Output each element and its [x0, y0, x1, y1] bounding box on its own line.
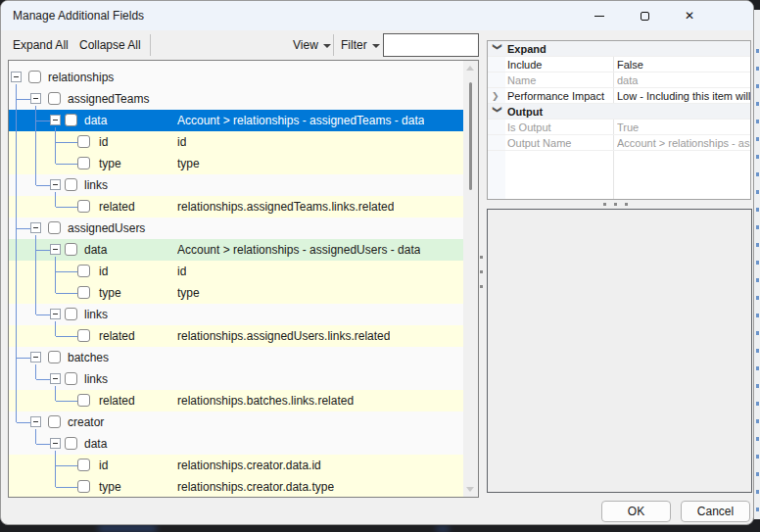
field-name: type [99, 476, 121, 498]
tree-row[interactable]: assignedTeams [9, 88, 463, 110]
chevron-down-icon[interactable]: ❯ [490, 43, 505, 55]
filter-dropdown[interactable]: Filter [337, 34, 384, 56]
field-checkbox[interactable] [48, 92, 61, 105]
field-path: relationships.assignedTeams.links.relate… [177, 196, 394, 218]
field-path: relationships.creator.data.type [177, 476, 334, 498]
tree-row[interactable]: idrelationships.creator.data.id [9, 455, 463, 476]
field-checkbox[interactable] [28, 71, 41, 83]
field-checkbox[interactable] [77, 394, 90, 407]
field-name: relationships [48, 67, 114, 88]
field-name: links [84, 174, 108, 196]
property-value[interactable]: Account > relationships - assig [617, 135, 750, 151]
cancel-button[interactable]: Cancel [681, 501, 750, 522]
maximize-button[interactable] [622, 1, 667, 30]
field-checkbox[interactable] [77, 286, 90, 299]
field-checkbox[interactable] [48, 351, 61, 363]
window-title: Manage Additional Fields [13, 9, 144, 23]
property-row[interactable]: IncludeFalse [488, 57, 750, 73]
collapse-all-button[interactable]: Collapse All [75, 34, 145, 56]
category-name: Expand [507, 41, 611, 57]
tree-row[interactable]: relatedrelationships.batches.links.relat… [9, 390, 463, 411]
vertical-splitter[interactable] [480, 256, 483, 291]
close-button[interactable]: ✕ [667, 1, 712, 30]
scroll-down-icon[interactable] [466, 487, 474, 492]
tree-row[interactable]: links [9, 174, 463, 196]
ok-button[interactable]: OK [601, 501, 671, 522]
property-row[interactable]: ❯Performance ImpactLow - Including this … [488, 88, 750, 104]
field-path: id [177, 261, 186, 282]
tree-row[interactable]: links [9, 304, 463, 325]
property-category-row[interactable]: ❯Expand [488, 41, 750, 57]
field-checkbox[interactable] [77, 157, 90, 169]
view-dropdown[interactable]: View [289, 34, 335, 56]
property-name: Name [507, 73, 611, 88]
expand-all-button[interactable]: Expand All [9, 34, 72, 56]
tree-row[interactable]: batches [9, 347, 463, 368]
horizontal-splitter[interactable] [603, 203, 633, 206]
collapse-expander-icon[interactable] [50, 244, 61, 255]
property-value[interactable]: False [617, 57, 750, 73]
field-checkbox[interactable] [77, 200, 90, 213]
collapse-expander-icon[interactable] [30, 416, 41, 427]
property-value[interactable]: data [617, 73, 750, 88]
chevron-down-icon [372, 44, 380, 48]
background-window-sliver [754, 10, 760, 519]
collapse-expander-icon[interactable] [50, 373, 61, 384]
field-checkbox[interactable] [65, 437, 77, 450]
field-checkbox[interactable] [77, 265, 90, 277]
collapse-expander-icon[interactable] [50, 115, 61, 125]
chevron-down-icon[interactable]: ❯ [490, 106, 505, 118]
field-checkbox[interactable] [77, 459, 90, 471]
tree-row[interactable]: links [9, 368, 463, 390]
collapse-expander-icon[interactable] [30, 352, 41, 363]
property-row[interactable]: Namedata [488, 73, 750, 88]
property-value[interactable]: Low - Including this item will h [617, 88, 750, 104]
field-checkbox[interactable] [65, 243, 77, 256]
field-checkbox[interactable] [77, 329, 90, 342]
minimize-button[interactable] [577, 1, 622, 30]
field-name: data [84, 239, 107, 261]
field-checkbox[interactable] [65, 372, 77, 385]
tree-row[interactable]: creator [9, 411, 463, 433]
property-name: Output Name [507, 135, 611, 151]
tree-row[interactable]: assignedUsers [9, 218, 463, 239]
collapse-expander-icon[interactable] [50, 309, 61, 319]
tree-row[interactable]: relatedrelationships.assignedTeams.links… [9, 196, 463, 218]
tree-row[interactable]: idid [9, 131, 463, 153]
property-value[interactable]: True [617, 120, 750, 135]
field-path: Account > relationships - assignedUsers … [177, 239, 420, 261]
toolbar-separator [333, 34, 334, 56]
field-checkbox[interactable] [65, 114, 77, 126]
tree-row[interactable]: typetype [9, 282, 463, 304]
tree-row[interactable]: typerelationships.creator.data.type [9, 476, 463, 498]
tree-scrollbar[interactable] [463, 61, 478, 497]
collapse-expander-icon[interactable] [50, 438, 61, 449]
scroll-up-icon[interactable] [466, 66, 474, 71]
property-category-row[interactable]: ❯Output [488, 104, 750, 120]
field-checkbox[interactable] [65, 178, 77, 191]
field-checkbox[interactable] [48, 415, 61, 428]
collapse-expander-icon[interactable] [11, 72, 22, 82]
field-name: data [84, 110, 107, 131]
tree-row[interactable]: relationships [9, 67, 463, 88]
tree-row[interactable]: typetype [9, 153, 463, 174]
collapse-expander-icon[interactable] [50, 179, 61, 190]
tree-row[interactable]: relatedrelationships.assignedUsers.links… [9, 325, 463, 347]
minimize-icon [594, 16, 604, 17]
tree-row[interactable]: data [9, 433, 463, 455]
field-checkbox[interactable] [48, 221, 61, 234]
scrollbar-thumb[interactable] [469, 82, 472, 190]
field-name: links [84, 304, 108, 325]
collapse-expander-icon[interactable] [30, 93, 41, 104]
property-row[interactable]: Is OutputTrue [488, 120, 750, 135]
tree-row[interactable]: idid [9, 261, 463, 282]
collapse-expander-icon[interactable] [30, 222, 41, 233]
field-checkbox[interactable] [65, 308, 77, 320]
field-checkbox[interactable] [77, 480, 90, 493]
field-checkbox[interactable] [77, 135, 90, 148]
tree-row[interactable]: dataAccount > relationships - assignedUs… [9, 239, 463, 261]
property-row[interactable]: Output NameAccount > relationships - ass… [488, 135, 750, 151]
filter-input[interactable] [383, 33, 479, 57]
chevron-right-icon[interactable]: ❯ [492, 88, 503, 104]
tree-row[interactable]: dataAccount > relationships - assignedTe… [9, 110, 463, 131]
